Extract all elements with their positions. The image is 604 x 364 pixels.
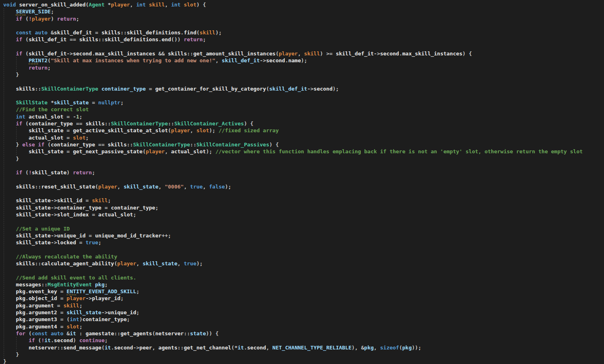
code-token: skill_state (67, 309, 102, 315)
code-token: ( (22, 121, 29, 127)
code-token: } (3, 358, 6, 364)
code-token: ; (48, 65, 51, 71)
code-token: :: (184, 330, 190, 336)
code-token: unique_id (57, 233, 85, 239)
code-token: . (180, 30, 184, 36)
code-editor[interactable]: void server_on_skill_added(Agent *player… (0, 0, 604, 364)
code-token: ; (51, 8, 54, 15)
code-token: & (48, 30, 54, 36)
code-token: //Send add skill event to all clients. (16, 275, 136, 281)
code-token: == (67, 36, 79, 42)
code-token: skill_def_it (222, 57, 260, 63)
code-token: } (3, 142, 22, 148)
code-token: , (190, 127, 197, 133)
code-token: player (32, 16, 51, 22)
code-line (3, 162, 604, 169)
code-token: ) (73, 337, 79, 343)
code-token: container_type (29, 121, 73, 127)
code-token: ) { (244, 121, 253, 127)
code-token: :: (57, 345, 64, 351)
code-token: SkillContainerType (41, 86, 98, 92)
code-token: == (95, 142, 108, 148)
code-token: } (3, 72, 19, 78)
code-token: pkg (364, 345, 373, 351)
code-token: skill_state (16, 239, 51, 245)
code-token: pkg (16, 316, 25, 322)
code-line: if (skill_def_it->second.max_skill_insta… (3, 50, 604, 57)
code-token: ) (67, 169, 73, 176)
code-token: player (171, 127, 190, 133)
code-token: ; (92, 169, 95, 176)
code-token: ; (127, 316, 130, 322)
code-token: skills (16, 184, 35, 190)
code-line: skill_state->container_type = container_… (3, 204, 604, 211)
code-line: const auto &skill_def_it = skills::skill… (3, 29, 604, 36)
code-line: PRINT2("Skill at max instances when tryi… (3, 57, 604, 64)
code-token: ( (114, 260, 117, 267)
code-line: int actual_slot = -1; (3, 113, 604, 120)
code-token: //Always recalculate the ability (16, 254, 117, 260)
code-token: )); (412, 345, 421, 351)
code-token: get_amount_skill_instances (193, 51, 276, 57)
code-token: } (3, 156, 19, 162)
code-token: && (155, 51, 168, 57)
code-token (180, 2, 184, 8)
code-token: netserver (155, 330, 184, 336)
code-token: ( (276, 51, 279, 57)
code-token: locked (57, 239, 76, 245)
code-area[interactable]: void server_on_skill_added(Agent *player… (0, 0, 604, 364)
code-token: skills (102, 30, 121, 36)
code-token (3, 226, 16, 232)
code-token (3, 324, 16, 330)
code-token: -> (374, 51, 380, 57)
code-token: (* (231, 345, 238, 351)
code-token (3, 121, 16, 127)
code-token: skill (92, 197, 108, 203)
code-token: skill_state (16, 205, 51, 211)
code-token (3, 337, 29, 343)
code-token: . (244, 345, 247, 351)
code-token: actual_slot (98, 212, 133, 218)
code-token: = (57, 295, 66, 301)
code-token: = - (64, 114, 76, 120)
code-token (3, 330, 16, 336)
code-token: skill_state (16, 233, 51, 239)
code-token: "0006" (165, 184, 184, 190)
code-token: end (161, 36, 171, 42)
code-token: container_type (111, 205, 155, 211)
code-token (3, 239, 16, 245)
code-token: NET_CHANNEL_TYPE_RELIABLE (272, 345, 352, 351)
code-line: pkg.argument4 = slot; (3, 323, 604, 330)
code-token: player (67, 295, 86, 301)
code-token: netserver (29, 345, 57, 351)
code-line: SkillState *skill_state = nullptr; (3, 99, 604, 106)
code-token: player (111, 2, 130, 8)
code-token: ) { (197, 2, 206, 8)
code-token: SkillContainerType (133, 142, 190, 148)
code-token: . (25, 288, 29, 294)
code-line: for (const auto &it : gamestate::get_age… (3, 330, 604, 337)
code-token: send_message (64, 345, 102, 351)
code-token: = (86, 233, 95, 239)
code-token: , (203, 184, 209, 190)
code-token: . (92, 51, 95, 57)
code-token: ; (79, 303, 83, 309)
code-token: . (25, 309, 29, 315)
code-token: , (165, 2, 171, 8)
code-token: for (16, 330, 25, 336)
code-token: ( (45, 142, 51, 148)
code-token: = (57, 288, 66, 294)
code-token (3, 114, 16, 120)
code-token: slot (67, 324, 79, 330)
code-token: skills (86, 121, 105, 127)
code-token (3, 36, 16, 42)
code-token: auto (51, 330, 63, 336)
code-token: , (159, 184, 165, 190)
code-token: else (22, 142, 35, 148)
code-token: return (184, 36, 203, 42)
code-token: if (38, 142, 45, 148)
code-token: = (92, 30, 101, 36)
code-line: pkg.argument = skill; (3, 302, 604, 309)
code-token: player (146, 148, 165, 154)
code-token: :: (35, 86, 41, 92)
